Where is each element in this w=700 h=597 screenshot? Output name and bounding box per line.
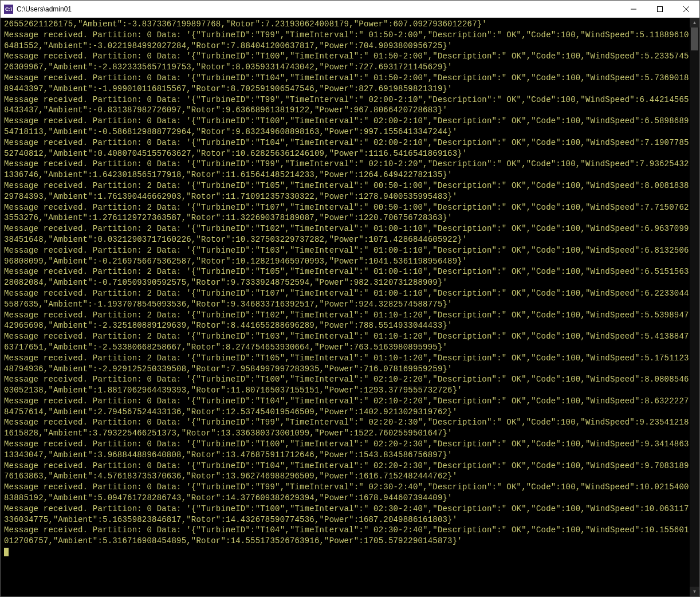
scrollbar[interactable]: ▲ ▼ xyxy=(690,18,699,596)
svg-rect-1 xyxy=(658,6,663,11)
minimize-button[interactable] xyxy=(620,1,647,17)
close-icon xyxy=(683,6,689,12)
window-title: C:\Users\admin01 xyxy=(17,5,620,13)
titlebar[interactable]: C:\ C:\Users\admin01 xyxy=(1,1,699,18)
app-icon: C:\ xyxy=(4,5,13,14)
maximize-icon xyxy=(657,6,663,12)
window: C:\ C:\Users\admin01 26552621126175,"Amb… xyxy=(0,0,700,597)
scrollbar-thumb[interactable] xyxy=(691,28,698,50)
cursor xyxy=(4,548,9,556)
scroll-up-button[interactable]: ▲ xyxy=(690,18,699,28)
maximize-button[interactable] xyxy=(647,1,673,17)
scroll-down-button[interactable]: ▼ xyxy=(690,587,699,596)
minimize-icon xyxy=(631,6,636,12)
terminal-output[interactable]: 26552621126175,"Ambient":-3.837336719989… xyxy=(1,18,690,596)
terminal-area: 26552621126175,"Ambient":-3.837336719989… xyxy=(1,18,699,596)
window-controls xyxy=(620,1,699,17)
close-button[interactable] xyxy=(673,1,699,17)
